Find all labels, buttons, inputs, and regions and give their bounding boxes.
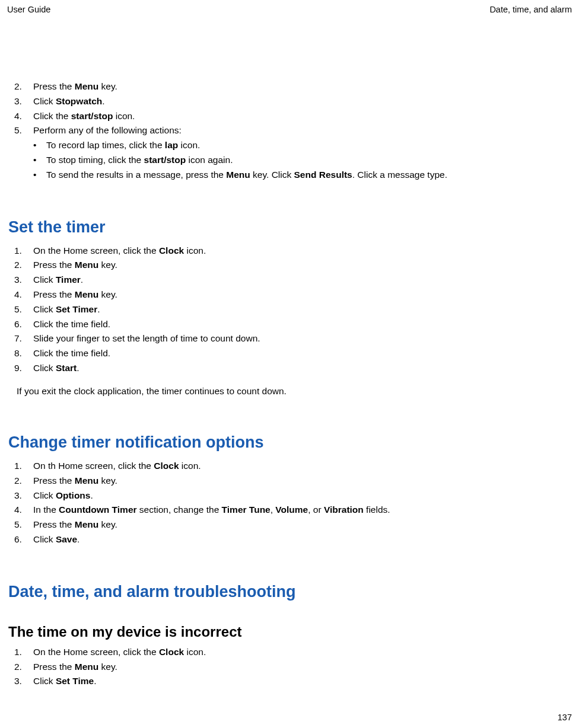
list-item: 4. Click the start/stop icon. xyxy=(8,109,572,124)
step-number: 6. xyxy=(14,317,33,332)
step-number: 4. xyxy=(14,288,33,302)
step-number: 8. xyxy=(14,346,33,361)
step-text: Click Set Timer. xyxy=(33,302,100,317)
list-item: 2.Press the Menu key. xyxy=(8,660,572,675)
stopwatch-steps: 2. Press the Menu key. 3. Click Stopwatc… xyxy=(8,79,572,138)
list-item: 5.Press the Menu key. xyxy=(8,518,572,532)
page-content: 2. Press the Menu key. 3. Click Stopwatc… xyxy=(0,14,579,689)
step-text: Click the start/stop icon. xyxy=(33,109,135,124)
step-text: Click Timer. xyxy=(33,273,83,288)
step-number: 2. xyxy=(14,79,33,94)
list-item: 6.Click the time field. xyxy=(8,317,572,332)
step-number: 5. xyxy=(14,123,33,138)
list-item: 3.Click Set Time. xyxy=(8,674,572,689)
list-item: 7.Slide your finger to set the length of… xyxy=(8,331,572,346)
bullet-item: • To stop timing, click the start/stop i… xyxy=(33,153,572,168)
step-number: 2. xyxy=(14,474,33,488)
header-right: Date, time, and alarm xyxy=(489,5,572,14)
list-item: 2.Press the Menu key. xyxy=(8,474,572,488)
bullet-item: • To send the results in a message, pres… xyxy=(33,168,572,183)
step-number: 1. xyxy=(14,244,33,258)
header-left: User Guide xyxy=(7,5,50,14)
list-item: 2. Press the Menu key. xyxy=(8,79,572,94)
list-item: 4.Press the Menu key. xyxy=(8,288,572,302)
page-number: 137 xyxy=(558,713,572,722)
step-number: 3. xyxy=(14,488,33,503)
step-number: 4. xyxy=(14,503,33,518)
step-text: Press the Menu key. xyxy=(33,79,117,94)
list-item: 9.Click Start. xyxy=(8,361,572,376)
list-item: 3.Click Options. xyxy=(8,488,572,503)
list-item: 6.Click Save. xyxy=(8,532,572,547)
step-number: 4. xyxy=(14,109,33,124)
step-text: Click Start. xyxy=(33,361,79,376)
step-text: Click Options. xyxy=(33,488,93,503)
list-item: 8.Click the time field. xyxy=(8,346,572,361)
step-text: On the Home screen, click the Clock icon… xyxy=(33,645,206,660)
step-text: Press the Menu key. xyxy=(33,288,117,302)
subheading-incorrect-time: The time on my device is incorrect xyxy=(8,624,572,640)
bullet-icon: • xyxy=(33,153,46,168)
step-text: In the Countdown Timer section, change t… xyxy=(33,503,390,518)
heading-set-timer: Set the timer xyxy=(8,218,572,237)
list-item: 5. Perform any of the following actions: xyxy=(8,123,572,138)
step-text: Press the Menu key. xyxy=(33,258,117,273)
bullet-text: To record lap times, click the lap icon. xyxy=(46,138,200,153)
list-item: 1.On the Home screen, click the Clock ic… xyxy=(8,244,572,258)
step-text: On th Home screen, click the Clock icon. xyxy=(33,459,201,474)
troubleshoot-steps: 1.On the Home screen, click the Clock ic… xyxy=(8,645,572,689)
step-text: On the Home screen, click the Clock icon… xyxy=(33,244,206,258)
timer-note: If you exit the clock application, the t… xyxy=(8,384,572,398)
heading-troubleshooting: Date, time, and alarm troubleshooting xyxy=(8,583,572,601)
step-number: 2. xyxy=(14,660,33,675)
step-number: 5. xyxy=(14,518,33,532)
step-text: Press the Menu key. xyxy=(33,660,117,675)
heading-change-options: Change timer notification options xyxy=(8,433,572,452)
step-number: 2. xyxy=(14,258,33,273)
step-number: 3. xyxy=(14,273,33,288)
stopwatch-actions: • To record lap times, click the lap ico… xyxy=(8,138,572,182)
bullet-item: • To record lap times, click the lap ico… xyxy=(33,138,572,153)
step-text: Click Set Time. xyxy=(33,674,97,689)
step-text: Click Stopwatch. xyxy=(33,94,105,109)
step-number: 7. xyxy=(14,331,33,346)
bullet-icon: • xyxy=(33,168,46,183)
step-text: Click the time field. xyxy=(33,346,110,361)
list-item: 1.On th Home screen, click the Clock ico… xyxy=(8,459,572,474)
step-number: 1. xyxy=(14,645,33,660)
bullet-text: To send the results in a message, press … xyxy=(46,168,447,183)
step-text: Click the time field. xyxy=(33,317,110,332)
bullet-icon: • xyxy=(33,138,46,153)
bullet-text: To stop timing, click the start/stop ico… xyxy=(46,153,233,168)
page-header: User Guide Date, time, and alarm xyxy=(0,0,579,14)
timer-steps: 1.On the Home screen, click the Clock ic… xyxy=(8,244,572,376)
step-text: Press the Menu key. xyxy=(33,518,117,532)
step-text: Click Save. xyxy=(33,532,79,547)
step-number: 5. xyxy=(14,302,33,317)
list-item: 2.Press the Menu key. xyxy=(8,258,572,273)
step-text: Press the Menu key. xyxy=(33,474,117,488)
list-item: 5.Click Set Timer. xyxy=(8,302,572,317)
options-steps: 1.On th Home screen, click the Clock ico… xyxy=(8,459,572,547)
list-item: 4.In the Countdown Timer section, change… xyxy=(8,503,572,518)
step-number: 6. xyxy=(14,532,33,547)
step-number: 1. xyxy=(14,459,33,474)
step-number: 3. xyxy=(14,674,33,689)
list-item: 1.On the Home screen, click the Clock ic… xyxy=(8,645,572,660)
step-number: 9. xyxy=(14,361,33,376)
list-item: 3. Click Stopwatch. xyxy=(8,94,572,109)
step-text: Perform any of the following actions: xyxy=(33,123,182,138)
list-item: 3.Click Timer. xyxy=(8,273,572,288)
step-text: Slide your finger to set the length of t… xyxy=(33,331,260,346)
step-number: 3. xyxy=(14,94,33,109)
